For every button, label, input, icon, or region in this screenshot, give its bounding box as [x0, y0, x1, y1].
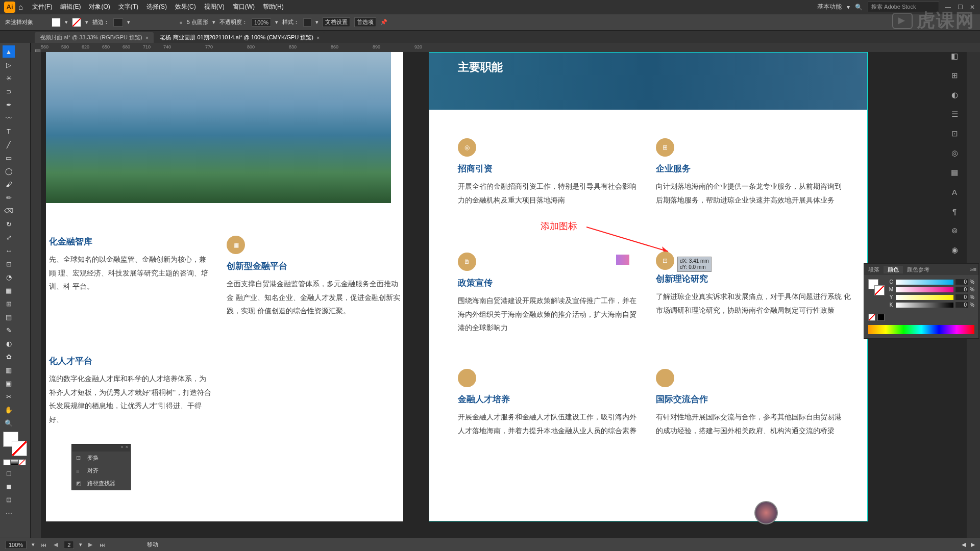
value-c[interactable]: 0	[955, 279, 968, 285]
screen-mode[interactable]: ⊡	[3, 493, 15, 506]
menu-view[interactable]: 视图(V)	[204, 3, 225, 11]
selection-tool[interactable]: ▲	[3, 45, 15, 58]
shapebuilder-tool[interactable]: ◔	[3, 271, 15, 283]
color-normal[interactable]	[3, 459, 11, 465]
first-page-icon[interactable]: ⏮	[40, 542, 47, 548]
slider-m[interactable]	[896, 287, 953, 292]
panel-btn-4[interactable]: ☰	[948, 108, 961, 120]
graph-tool[interactable]: ▥	[3, 364, 15, 376]
prev-page-icon[interactable]: ◀	[53, 541, 59, 548]
dragging-object[interactable]	[616, 255, 629, 265]
line-tool[interactable]: ╱	[3, 138, 15, 151]
slider-c[interactable]	[896, 280, 953, 285]
ruler-horizontal[interactable]: 560 590 620 650 680 710 740 770 800 830 …	[41, 43, 980, 52]
symbol-sprayer-tool[interactable]: ✿	[3, 350, 15, 363]
lasso-tool[interactable]: ⊃	[3, 85, 15, 97]
scroll-right-icon[interactable]: ▶	[971, 541, 975, 548]
brush-style[interactable]: 5 点圆形	[187, 18, 208, 26]
chevron-down-icon[interactable]: ▾	[127, 19, 130, 26]
free-transform-tool[interactable]: ⊡	[3, 258, 15, 270]
gradient-tool[interactable]: ▤	[3, 311, 15, 323]
chevron-down-icon[interactable]: ▾	[65, 19, 68, 26]
brush-tool[interactable]: 🖌	[3, 178, 15, 190]
menu-edit[interactable]: 编辑(E)	[60, 3, 81, 11]
chevron-down-icon[interactable]: ▾	[79, 541, 82, 548]
panel-btn-9[interactable]: ¶	[948, 205, 961, 217]
slider-y[interactable]	[896, 295, 953, 300]
panel-btn-2[interactable]: ⊞	[948, 69, 961, 82]
menu-type[interactable]: 文字(T)	[118, 3, 138, 11]
black-swatch[interactable]	[877, 314, 885, 321]
next-page-icon[interactable]: ▶	[87, 541, 93, 548]
close-icon[interactable]: ×	[145, 35, 149, 41]
menu-help[interactable]: 帮助(H)	[263, 3, 284, 11]
pin-icon[interactable]: 📌	[380, 19, 387, 26]
close-icon[interactable]: ×	[316, 35, 320, 41]
scale-tool[interactable]: ⤢	[3, 231, 15, 243]
stroke-color[interactable]	[12, 441, 27, 456]
panel-stroke[interactable]	[874, 285, 885, 295]
slider-k[interactable]	[896, 303, 953, 308]
opacity-field[interactable]: 100%	[252, 18, 271, 27]
collapse-icon[interactable]: «	[121, 444, 124, 452]
ellipse-tool[interactable]: ◯	[3, 165, 15, 177]
direct-select-tool[interactable]: ▷	[3, 59, 15, 71]
rectangle-tool[interactable]: ▭	[3, 152, 15, 164]
value-m[interactable]: 0	[955, 287, 968, 292]
color-spectrum[interactable]	[868, 325, 974, 334]
panel-btn-8[interactable]: A	[948, 186, 961, 198]
artboard-tool[interactable]: ▣	[3, 377, 15, 389]
panel-item-transform[interactable]: ⊡变换	[72, 452, 130, 464]
panel-btn-7[interactable]: ▦	[948, 166, 961, 179]
chevron-down-icon[interactable]: ▾	[275, 19, 278, 26]
edit-toolbar[interactable]: ⋯	[3, 507, 15, 519]
panel-btn-1[interactable]: ◧	[948, 50, 961, 62]
pen-tool[interactable]: ✒	[3, 98, 15, 111]
chevron-down-icon[interactable]: ▾	[212, 19, 215, 26]
panel-menu-icon[interactable]: »≡	[966, 266, 978, 272]
color-none[interactable]	[18, 459, 26, 465]
menu-select[interactable]: 选择(S)	[146, 3, 167, 11]
fill-stroke-control[interactable]	[3, 432, 27, 456]
page-field[interactable]: 2	[64, 541, 74, 549]
none-swatch[interactable]	[868, 314, 875, 321]
mesh-tool[interactable]: ⊞	[3, 297, 15, 310]
panel-item-pathfinder[interactable]: ◩路径查找器	[72, 477, 130, 490]
draw-behind[interactable]: ◼	[3, 480, 15, 492]
close-icon[interactable]: ×	[126, 444, 128, 452]
panel-btn-11[interactable]: ◉	[948, 244, 961, 256]
home-icon[interactable]: ⌂	[18, 3, 23, 11]
fill-swatch[interactable]	[52, 18, 61, 27]
chevron-down-icon[interactable]: ▾	[85, 19, 88, 26]
menu-effect[interactable]: 效果(C)	[175, 3, 196, 11]
zoom-tool[interactable]: 🔍	[3, 417, 15, 429]
zoom-field[interactable]: 100%	[5, 541, 27, 549]
tab-color[interactable]: 颜色	[884, 266, 903, 273]
width-tool[interactable]: ↔	[3, 244, 15, 257]
hand-tool[interactable]: ✋	[3, 404, 15, 416]
canvas[interactable]: 化金融智库 先、全球知名的以金融监管、金融创新为核心，兼顾 理、宏观经济、科技发…	[41, 52, 967, 538]
scroll-left-icon[interactable]: ◀	[962, 541, 966, 548]
magic-wand-tool[interactable]: ✳	[3, 72, 15, 84]
doc-setup-button[interactable]: 文档设置	[323, 17, 350, 27]
panel-item-align[interactable]: ≡对齐	[72, 464, 130, 477]
eraser-tool[interactable]: ⌫	[3, 205, 15, 217]
stroke-swatch[interactable]	[72, 18, 81, 27]
workspace-switcher[interactable]: 基本功能	[817, 3, 842, 11]
menu-file[interactable]: 文件(F)	[32, 3, 52, 11]
rotate-tool[interactable]: ↻	[3, 218, 15, 230]
stroke-weight-field[interactable]	[113, 18, 123, 27]
blend-tool[interactable]: ◐	[3, 337, 15, 349]
doc-tab-2[interactable]: 老杨-商业画册-01期20211014.ai* @ 100% (CMYK/GPU…	[155, 32, 325, 43]
doc-tab-1[interactable]: 视频封面.ai* @ 33.33% (RGB/GPU 预览) ×	[35, 32, 154, 43]
tab-colorguide[interactable]: 颜色参考	[903, 266, 934, 273]
transform-panel[interactable]: «× ⊡变换 ≡对齐 ◩路径查找器	[71, 444, 131, 490]
last-page-icon[interactable]: ⏭	[99, 542, 106, 548]
slice-tool[interactable]: ✂	[3, 390, 15, 403]
panel-btn-10[interactable]: ⊚	[948, 224, 961, 237]
menu-window[interactable]: 窗口(W)	[233, 3, 255, 11]
color-gradient[interactable]	[11, 459, 18, 465]
chevron-down-icon[interactable]: ▾	[315, 19, 318, 26]
color-panel[interactable]: 段落 颜色 颜色参考 »≡ C0% M0% Y0% K0%	[864, 263, 979, 339]
chevron-down-icon[interactable]: ▾	[847, 4, 850, 11]
